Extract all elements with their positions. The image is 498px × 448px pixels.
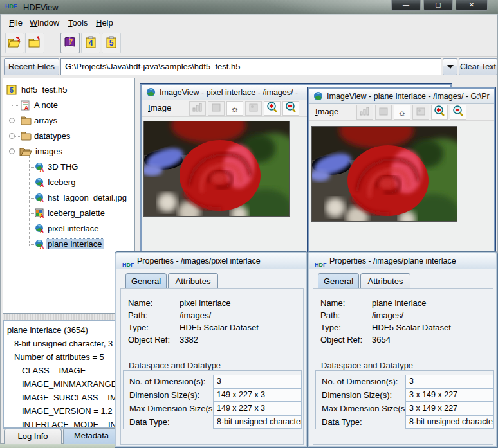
main-toolbar: ? 4 5 bbox=[1, 30, 497, 57]
menu-file[interactable]: File bbox=[6, 17, 25, 29]
maximize-button[interactable]: ▢ bbox=[423, 0, 453, 11]
image-menu[interactable]: Image bbox=[145, 102, 174, 114]
path-label: Path: bbox=[128, 310, 147, 320]
imageview2-title: ImageView - plane interlace - /images/ -… bbox=[327, 89, 490, 104]
collapse-handle-icon[interactable] bbox=[9, 148, 15, 154]
hdf4-button[interactable]: 4 bbox=[81, 33, 100, 53]
log-line: IMAGE_VERSION = 1.2 bbox=[22, 406, 113, 416]
picture-icon bbox=[249, 103, 258, 112]
folder-closed-icon bbox=[21, 116, 32, 125]
open-file-icon bbox=[8, 36, 22, 49]
brightness-button[interactable]: ☼ bbox=[226, 101, 243, 116]
zoom-in-icon bbox=[434, 105, 445, 117]
open-file-button[interactable] bbox=[5, 33, 24, 53]
tree-item-images[interactable]: images bbox=[3, 145, 134, 159]
menu-tools[interactable]: Tools bbox=[66, 17, 90, 29]
tree-item-iceberg[interactable]: A Iceberg bbox=[3, 175, 134, 190]
type-label: Type: bbox=[128, 323, 149, 332]
tree-item-iceberg-palette[interactable]: A iceberg_palette bbox=[3, 206, 134, 220]
properties1-titlebar[interactable]: HDF Properties - /images/pixel interlace bbox=[116, 253, 306, 269]
tab-general[interactable]: General bbox=[318, 273, 359, 289]
tab-attributes[interactable]: Attributes bbox=[168, 273, 218, 289]
menu-help[interactable]: Help bbox=[93, 17, 116, 29]
expand-handle-icon[interactable] bbox=[9, 118, 15, 123]
close-file-button[interactable] bbox=[25, 33, 44, 53]
dim-label: Dimension Size(s): bbox=[322, 390, 392, 400]
palette-button[interactable] bbox=[375, 105, 392, 120]
svg-text:A: A bbox=[24, 105, 29, 111]
image-dataset-icon: A bbox=[35, 224, 45, 234]
hdf5-icon: 5 bbox=[104, 36, 118, 49]
menu-window[interactable]: Window bbox=[27, 17, 62, 29]
maxdim-value: 149 x 227 x 3 bbox=[213, 402, 302, 415]
picture-button[interactable] bbox=[412, 105, 429, 120]
clear-text-button[interactable]: Clear Text bbox=[459, 58, 497, 75]
ndim-label: No. of Dimension(s): bbox=[129, 377, 205, 386]
tab-log-info[interactable]: Log Info bbox=[4, 429, 62, 444]
image-dataset-icon bbox=[146, 87, 156, 97]
zoom-out-button[interactable] bbox=[450, 105, 466, 120]
type-label: Type: bbox=[320, 323, 341, 332]
help-book-icon: ? bbox=[63, 36, 77, 49]
zoom-out-button[interactable] bbox=[282, 101, 299, 116]
zoom-in-button[interactable] bbox=[264, 101, 281, 116]
expand-handle-icon[interactable] bbox=[9, 133, 15, 139]
objref-value: 3654 bbox=[372, 335, 391, 345]
chart-button[interactable] bbox=[356, 105, 373, 120]
properties1-title: Properties - /images/pixel interlace bbox=[137, 253, 261, 269]
combo-dropdown-button[interactable] bbox=[443, 58, 457, 75]
tree-item-3d-thg[interactable]: A 3D THG bbox=[3, 160, 134, 174]
tree-item-datatypes[interactable]: datatypes bbox=[3, 129, 134, 143]
log-line: CLASS = IMAGE bbox=[22, 366, 86, 375]
image-menu[interactable]: Image bbox=[313, 105, 341, 118]
tree-item-plane-interlace[interactable]: A plane interlace bbox=[3, 237, 134, 251]
window-title: HDFView bbox=[23, 3, 59, 12]
tree-item-a-note[interactable]: A A note bbox=[3, 98, 134, 112]
imageview2-titlebar[interactable]: ImageView - plane interlace - /images/ -… bbox=[309, 89, 494, 104]
chart-button[interactable] bbox=[189, 101, 206, 116]
name-value: plane interlace bbox=[372, 298, 427, 308]
ndim-label: No. of Dimension(s): bbox=[322, 377, 398, 386]
dataspace-group-title: Dataspace and Datatype bbox=[319, 361, 415, 370]
image-dataset-icon bbox=[313, 91, 323, 101]
tree-item-pixel-interlace[interactable]: A pixel interlace bbox=[3, 222, 134, 236]
hdf5-button[interactable]: 5 bbox=[102, 33, 121, 53]
imageview1-title: ImageView - pixel interlace - /images/ - bbox=[160, 85, 298, 100]
palette-button[interactable] bbox=[208, 101, 225, 116]
svg-text:5: 5 bbox=[109, 39, 114, 48]
menubar: File Window Tools Help bbox=[1, 15, 497, 30]
properties2-titlebar[interactable]: HDF Properties - /images/plane interlace bbox=[309, 253, 496, 269]
recent-files-button[interactable]: Recent Files bbox=[4, 58, 59, 75]
image-dataset-icon: A bbox=[35, 239, 45, 249]
properties-dialog-pixel-interlace[interactable]: HDF Properties - /images/pixel interlace… bbox=[115, 251, 308, 448]
svg-text:A: A bbox=[40, 213, 44, 219]
close-button[interactable]: ✕ bbox=[456, 0, 488, 11]
properties-dialog-plane-interlace[interactable]: HDF Properties - /images/plane interlace… bbox=[307, 251, 498, 448]
hdf5-file-icon: 5 bbox=[6, 85, 17, 95]
desktop: HDF HDFView — ▢ ✕ File Window Tools Help bbox=[0, 0, 498, 448]
svg-text:A: A bbox=[40, 166, 44, 172]
tab-attributes[interactable]: Attributes bbox=[360, 273, 410, 289]
tree-item-hst-lagoon[interactable]: A hst_lagoon_detail.jpg bbox=[3, 191, 134, 205]
dtype-label: Data Type: bbox=[322, 417, 362, 427]
help-button[interactable]: ? bbox=[60, 33, 80, 53]
tab-general[interactable]: General bbox=[125, 273, 167, 289]
dim-value: 149 x 227 x 3 bbox=[213, 388, 302, 402]
brightness-button[interactable]: ☼ bbox=[394, 105, 410, 120]
recent-files-row: Recent Files G:\Projects\Java\hdf-java\s… bbox=[1, 57, 497, 77]
minimize-button[interactable]: — bbox=[391, 0, 421, 11]
maxdim-value: 3 x 149 x 227 bbox=[405, 402, 494, 415]
objref-value: 3382 bbox=[180, 335, 198, 345]
file-path-combobox[interactable]: G:\Projects\Java\hdf-java\samples\hdf5_t… bbox=[60, 58, 441, 75]
brightness-icon: ☼ bbox=[231, 103, 239, 114]
hdf-logo-icon: HDF bbox=[122, 257, 134, 269]
tree-item-root[interactable]: 5 hdf5_test.h5 bbox=[3, 83, 134, 97]
picture-button[interactable] bbox=[245, 101, 262, 116]
properties2-title: Properties - /images/plane interlace bbox=[329, 253, 456, 269]
svg-text:5: 5 bbox=[10, 87, 14, 94]
zoom-in-button[interactable] bbox=[431, 105, 448, 120]
tab-metadata[interactable]: Metadata bbox=[63, 428, 120, 444]
tree-item-arrays[interactable]: arrays bbox=[3, 114, 134, 128]
dim-value: 3 x 149 x 227 bbox=[405, 388, 494, 402]
main-titlebar[interactable]: HDF HDFView — ▢ ✕ bbox=[0, 0, 498, 14]
